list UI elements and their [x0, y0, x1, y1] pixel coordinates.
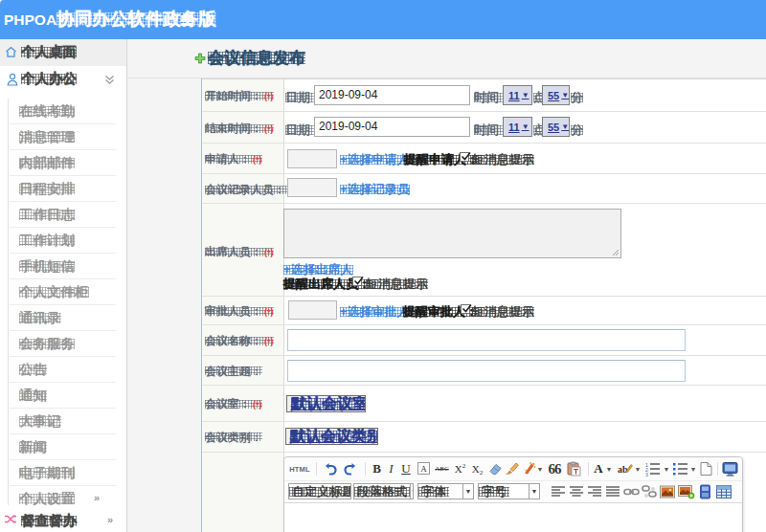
- svg-text:ab: ab: [618, 464, 628, 475]
- svg-text:3: 3: [645, 472, 648, 477]
